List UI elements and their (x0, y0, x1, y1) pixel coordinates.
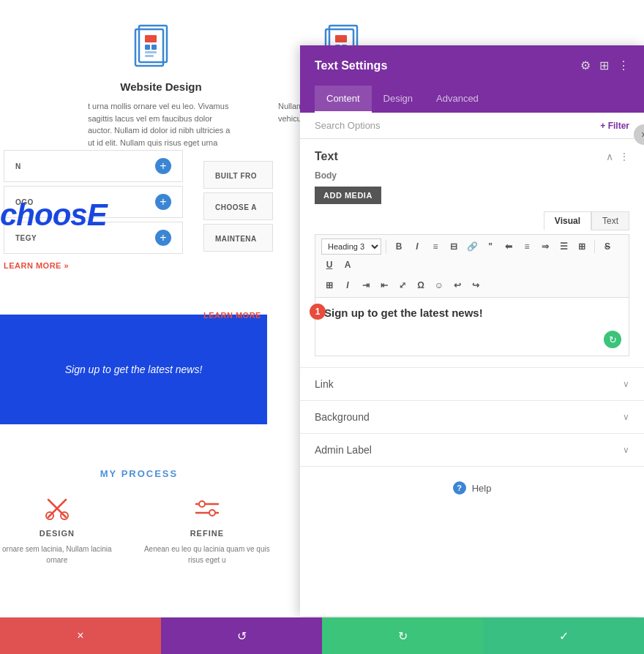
text-editor-section: Text ∧ ⋮ Body ADD MEDIA Visual Text Head… (300, 139, 644, 368)
table-button[interactable]: ⊞ (574, 238, 590, 255)
design-process-icon (42, 494, 72, 523)
choose-text: choosE (0, 198, 107, 233)
tab-advanced[interactable]: Advanced (424, 86, 490, 113)
icon-title-1: Website Design (120, 80, 201, 93)
tab-content[interactable]: Content (315, 86, 372, 113)
search-placeholder: Search Options (315, 120, 381, 131)
right-accordion-2[interactable]: CHOOSE A (203, 192, 273, 220)
fullscreen-btn[interactable]: ⤢ (394, 277, 411, 293)
accordion-expand-3[interactable]: + (155, 230, 171, 246)
filter-button[interactable]: + Filter (600, 121, 629, 131)
panel-tabs: Content Design Advanced (300, 86, 644, 113)
process-desc-refine: Aenean eu leo qu lacinia quam ve quis ri… (136, 544, 278, 565)
process-item-refine: REFINE Aenean eu leo qu lacinia quam ve … (136, 494, 278, 565)
toolbar-sep-1 (386, 240, 386, 253)
align-right-button[interactable]: ⇒ (537, 238, 553, 255)
svg-point-20 (209, 510, 215, 516)
bold-button[interactable]: B (391, 238, 407, 255)
admin-label-section[interactable]: Admin Label ∨ (300, 434, 644, 467)
right-accordions: BUILT FRO CHOOSE A MAINTENA (203, 161, 273, 255)
svg-rect-5 (145, 51, 157, 53)
settings-icon[interactable]: ⚙ (580, 59, 591, 72)
add-media-button[interactable]: ADD MEDIA (315, 187, 381, 204)
emoji-btn[interactable]: ☺ (431, 277, 447, 293)
text-settings-panel: Text Settings ⚙ ⊞ ⋮ Content Design Advan… (300, 45, 644, 616)
bottom-action-bar: × ↺ ↻ ✓ (0, 617, 644, 654)
panel-header-icons: ⚙ ⊞ ⋮ (580, 59, 629, 72)
editor-content-text: Sign up to get the latest news! (324, 307, 483, 319)
learn-more-2[interactable]: LEARN MORE (203, 311, 261, 320)
heading-select-group: Heading 3 Heading 1 Heading 2 Paragraph (321, 238, 381, 255)
format-btn-1[interactable]: ⊞ (321, 277, 337, 293)
process-name-design: DESIGN (40, 529, 75, 538)
reset-button[interactable]: ↺ (161, 617, 322, 654)
omega-btn[interactable]: Ω (413, 277, 429, 293)
cancel-button[interactable]: × (0, 617, 161, 654)
strikethrough-button[interactable]: S (599, 238, 615, 255)
unordered-list-button[interactable]: ≡ (427, 238, 443, 255)
visual-tab[interactable]: Visual (544, 211, 591, 230)
panel-body: Text ∧ ⋮ Body ADD MEDIA Visual Text Head… (300, 139, 644, 616)
panel-header: Text Settings ⚙ ⊞ ⋮ (300, 45, 644, 86)
right-accordion-label-3: MAINTENA (215, 235, 257, 243)
accordion-label-1: N (15, 162, 21, 170)
columns-icon[interactable]: ⊞ (599, 59, 609, 72)
indent-btn[interactable]: ⇥ (358, 277, 374, 293)
align-left-button[interactable]: ⬅ (501, 238, 517, 255)
svg-rect-3 (145, 45, 150, 50)
help-text[interactable]: Help (472, 483, 492, 494)
italic-btn-2[interactable]: I (340, 277, 356, 293)
link-section[interactable]: Link ∨ (300, 368, 644, 401)
tab-design[interactable]: Design (372, 86, 424, 113)
svg-rect-9 (335, 35, 347, 42)
link-chevron-icon: ∨ (623, 379, 629, 389)
filter-label: + Filter (600, 121, 629, 131)
right-accordion-label-2: CHOOSE A (215, 203, 257, 211)
underline-button[interactable]: U (321, 257, 337, 273)
refresh-content-button[interactable]: ↻ (604, 331, 621, 348)
svg-point-19 (199, 501, 205, 507)
ordered-list-button[interactable]: ⊟ (446, 238, 462, 255)
more-icon[interactable]: ⋮ (618, 59, 629, 72)
svg-rect-4 (151, 45, 157, 50)
banner-text: Sign up to get the latest news! (65, 364, 203, 375)
process-name-refine: REFINE (190, 529, 224, 538)
italic-button[interactable]: I (409, 238, 425, 255)
link-button[interactable]: 🔗 (464, 238, 480, 255)
text-section-title: Text (315, 150, 338, 163)
background-chevron-icon: ∨ (623, 412, 629, 422)
text-color-button[interactable]: A (340, 257, 356, 273)
align-center-button[interactable]: ≡ (519, 238, 535, 255)
redo-btn[interactable]: ↪ (468, 277, 484, 293)
refresh-button[interactable]: ↻ (322, 617, 483, 654)
admin-label-text: Admin Label (315, 444, 372, 456)
outdent-btn[interactable]: ⇤ (376, 277, 392, 293)
editor-toolbar: Heading 3 Heading 1 Heading 2 Paragraph … (315, 234, 629, 298)
right-accordion-3[interactable]: MAINTENA (203, 224, 273, 252)
accordion-expand-2[interactable]: + (155, 194, 171, 210)
save-button[interactable]: ✓ (483, 617, 644, 654)
heading-select[interactable]: Heading 3 Heading 1 Heading 2 Paragraph (321, 238, 381, 255)
website-design-icon-1 (132, 22, 190, 73)
accordion-item-1[interactable]: N + (4, 150, 183, 182)
help-icon: ? (453, 481, 466, 495)
undo-btn[interactable]: ↩ (449, 277, 465, 293)
text-tab[interactable]: Text (591, 211, 629, 230)
admin-label-chevron-icon: ∨ (623, 445, 629, 455)
help-section: ? Help (300, 467, 644, 509)
chevron-up-icon[interactable]: ∧ (606, 151, 613, 162)
svg-rect-2 (145, 35, 157, 42)
learn-more-1[interactable]: LEARN MORE » (4, 261, 183, 270)
section-header-row: Text ∧ ⋮ (315, 150, 629, 163)
justify-button[interactable]: ☰ (555, 238, 572, 255)
background-section[interactable]: Background ∨ (300, 401, 644, 434)
editor-content-area[interactable]: 1 Sign up to get the latest news! ↻ (315, 298, 629, 356)
blockquote-button[interactable]: " (482, 238, 498, 255)
right-accordion-1[interactable]: BUILT FRO (203, 161, 273, 189)
more-options-icon[interactable]: ⋮ (619, 151, 629, 162)
blue-banner: Sign up to get the latest news! (0, 315, 267, 424)
accordion-expand-1[interactable]: + (155, 158, 171, 174)
accordion-label-3: TEGY (15, 234, 37, 242)
right-accordion-label-1: BUILT FRO (215, 172, 257, 180)
link-label: Link (315, 378, 334, 390)
